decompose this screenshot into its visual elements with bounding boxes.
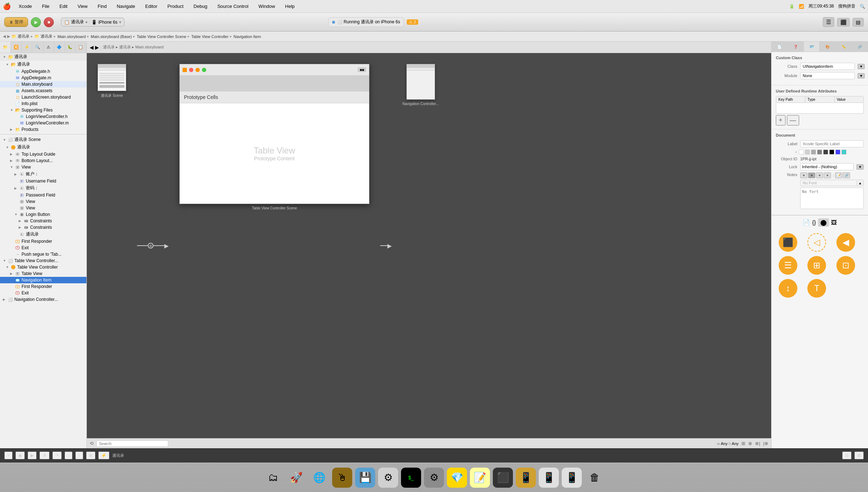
remove-attr-btn[interactable]: — — [787, 115, 799, 126]
table-vc-item[interactable]: ▼ Table View Controller — [0, 264, 86, 270]
breadcrumb-item-controller[interactable]: Table View Controller — [191, 34, 228, 39]
scene1-header[interactable]: ▼ ⬜ 通讯录 Scene — [0, 136, 86, 143]
exit1[interactable]: ✕ Exit — [0, 245, 86, 251]
dock-settings[interactable]: ⚙ — [424, 468, 444, 488]
debug-viewhierarchy-btn[interactable]: ⊞ — [86, 451, 95, 459]
debug-step-btn[interactable]: ↷ — [52, 451, 62, 459]
dock-trash[interactable]: 🗑 — [585, 468, 605, 488]
nav-tab-test[interactable]: 🔷 — [54, 42, 65, 53]
module-field[interactable] — [800, 72, 855, 79]
canvas-back[interactable]: ◀ — [90, 44, 94, 50]
menu-find[interactable]: Find — [95, 3, 109, 10]
folder-tongxunlu[interactable]: ▼ 📂 通讯录 — [0, 61, 86, 68]
zoom-fit-btn[interactable]: ⊞ — [741, 441, 745, 446]
menu-editor[interactable]: Editor — [143, 3, 160, 10]
inspector-tab-identity[interactable]: 🪪 — [804, 42, 820, 52]
push-segue[interactable]: → Push segue to 'Tab... — [0, 251, 86, 257]
login-scene-box[interactable] — [98, 64, 126, 91]
breadcrumb-nav-prev[interactable]: ◀ — [3, 34, 6, 39]
dock-launchpad[interactable]: 🚀 — [286, 468, 306, 488]
top-layout-guide[interactable]: ▶ ⊥ Top Layout Guide — [0, 151, 86, 157]
navigator-toggle[interactable]: ☰ — [823, 17, 834, 27]
dock-notes[interactable]: 📝 — [470, 468, 490, 488]
navigation-item[interactable]: N Navigation Item — [0, 277, 86, 283]
constraints1[interactable]: ▶ C Constraints — [0, 218, 86, 224]
lib-tab-media[interactable]: 🖼 — [831, 218, 837, 227]
dock-app4[interactable]: 📱 — [562, 468, 582, 488]
file-appdelegate-h[interactable]: H AppDelegate.h — [0, 68, 86, 75]
menu-source-control[interactable]: Source Control — [215, 3, 251, 10]
obj-text-icon[interactable]: T — [807, 279, 826, 298]
canvas-forward[interactable]: ▶ — [95, 44, 99, 50]
class-field[interactable] — [800, 63, 855, 70]
label-field[interactable] — [800, 140, 864, 147]
username-field[interactable]: F Username Field — [0, 178, 86, 184]
inspector-tab-size[interactable]: 📏 — [836, 42, 852, 52]
nav-tab-issue[interactable]: ⚠ — [43, 42, 54, 53]
debug-pause-btn[interactable]: ⏸ — [39, 451, 49, 459]
scene3-header[interactable]: ▶ ⬜ Navigation Controller... — [0, 296, 86, 303]
obj-scroll-icon[interactable]: ↕ — [779, 279, 797, 298]
file-info-plist[interactable]: 📄 Info.plist — [0, 100, 86, 107]
scene2-header[interactable]: ▼ ⬜ Table View Controller... — [0, 257, 86, 264]
breadcrumb-item-1[interactable]: 📁 通讯录 — [34, 34, 52, 39]
color-swatch-gray2[interactable] — [811, 150, 816, 155]
dock-app1[interactable]: ⬛ — [493, 468, 513, 488]
obj-navvc-icon[interactable]: ◁ — [807, 233, 826, 252]
menu-debug[interactable]: Debug — [192, 3, 209, 10]
nav-tab-folder[interactable]: 📁 — [0, 42, 11, 53]
play-button[interactable]: ▶ — [31, 17, 41, 27]
file-launchscreen[interactable]: ◻ LaunchScreen.storyboard — [0, 94, 86, 100]
lock-select[interactable]: Inherited - (Nothing) — [800, 163, 854, 170]
filter-btn[interactable]: ◉ — [15, 451, 25, 459]
stop-button[interactable]: ■ — [44, 17, 54, 27]
view-item[interactable]: ▼ V View — [0, 164, 86, 170]
exit2[interactable]: ✕ Exit — [0, 290, 86, 296]
text-align-center-btn[interactable]: ≡ — [808, 172, 815, 178]
table-scene-box[interactable]: ■■ Prototype Cells Table View Prototype … — [179, 64, 369, 204]
password-field[interactable]: F Password Field — [0, 192, 86, 198]
dock-app2[interactable]: 📱 — [516, 468, 536, 488]
lib-tab-file[interactable]: 📄 — [803, 218, 810, 227]
tongxunlu-vc[interactable]: ▼ 通讯录 — [0, 143, 86, 151]
obj-table-icon[interactable]: ☰ — [779, 256, 797, 275]
dock-app3[interactable]: 📱 — [539, 468, 559, 488]
obj-back-icon[interactable]: ◀ — [836, 233, 855, 252]
debug-toggle[interactable]: ⬛ — [837, 18, 850, 27]
constraints2[interactable]: ▶ C Constraints — [0, 224, 86, 231]
text-format-btn2[interactable]: 🔗 — [843, 172, 850, 178]
file-loginvc-m[interactable]: M LoginViewController.m — [0, 120, 86, 126]
dock-mouse[interactable]: 🖱 — [332, 468, 352, 488]
label-tongxunlu[interactable]: L 通讯录 — [0, 231, 86, 238]
search-icon[interactable]: 🔍 — [860, 4, 865, 9]
add-attr-btn[interactable]: + — [776, 115, 786, 126]
nav-tab-debug[interactable]: 🐛 — [65, 42, 76, 53]
label-pass[interactable]: ▶ L 密码： — [0, 184, 86, 192]
scheme-selector[interactable]: 📋 通讯录 ▾ | 📱 iPhone 6s ▾ — [61, 18, 124, 27]
menu-window[interactable]: Window — [256, 3, 277, 10]
file-main-storyboard[interactable]: ◻ Main.storyboard — [0, 81, 86, 87]
pause-button[interactable]: ⏸ 暂停 — [4, 17, 28, 27]
first-responder1[interactable]: R First Responder — [0, 238, 86, 245]
breadcrumb-item-base[interactable]: Main.storyboard (Base) — [91, 34, 132, 39]
inspector-tab-attributes[interactable]: 🎨 — [820, 42, 836, 52]
table-view-item[interactable]: ▶ T Table View — [0, 270, 86, 277]
color-swatch-teal[interactable] — [841, 150, 846, 155]
breadcrumb-item-0[interactable]: 📁 通讯录 — [11, 34, 29, 39]
nav-controller-box[interactable] — [406, 64, 435, 100]
breadcrumb-item-main-storyboard[interactable]: Main.storyboard — [57, 34, 86, 39]
dock-tools[interactable]: ⚙ — [378, 468, 398, 488]
breadcrumb-nav-next[interactable]: ▶ — [7, 34, 10, 39]
module-arrow-btn[interactable]: ▼ — [858, 73, 865, 79]
debug-play-btn[interactable]: ▶ — [28, 451, 37, 459]
nav-tab-symbol[interactable]: ⚡ — [22, 42, 32, 53]
class-arrow-btn[interactable]: ▼ — [858, 64, 865, 69]
lib-tab-obj[interactable]: ⬤ — [818, 218, 829, 227]
back-scene-btn[interactable]: ⟲ — [90, 441, 94, 446]
text-align-justify-btn[interactable]: ≡ — [824, 172, 831, 178]
zoom-out-btn[interactable]: |⊕ — [763, 441, 768, 446]
label-user[interactable]: ▶ L 账户： — [0, 170, 86, 178]
nav-tab-log[interactable]: 📋 — [76, 42, 86, 53]
breadcrumb-item-navitem[interactable]: Navigation Item — [233, 34, 261, 39]
menu-xcode[interactable]: Xcode — [16, 3, 34, 10]
